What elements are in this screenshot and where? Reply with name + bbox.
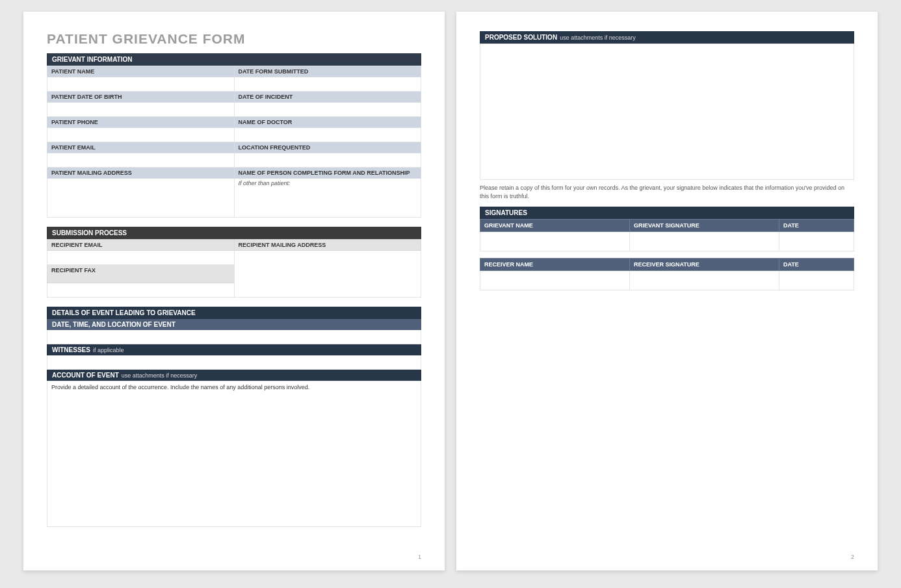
label-grievant-date: DATE [779, 220, 854, 232]
signatures-header: SIGNATURES [480, 207, 854, 219]
input-doctor[interactable] [234, 128, 421, 142]
submission-table: RECIPIENT EMAIL RECIPIENT MAILING ADDRES… [47, 239, 421, 298]
input-patient-phone[interactable] [47, 128, 235, 142]
input-location[interactable] [234, 153, 421, 168]
submission-header: SUBMISSION PROCESS [47, 227, 421, 239]
input-date-incident[interactable] [234, 103, 421, 117]
page-1-number: 1 [418, 554, 421, 560]
label-grievant-name: GRIEVANT NAME [480, 220, 630, 232]
input-patient-email[interactable] [47, 153, 235, 168]
witnesses-header: WITNESSES if applicable [47, 344, 421, 355]
input-recipient-fax[interactable] [47, 283, 235, 298]
input-date-submitted[interactable] [234, 77, 421, 92]
solution-header-text: PROPOSED SOLUTION [485, 34, 557, 41]
input-account[interactable]: Provide a detailed account of the occurr… [47, 381, 421, 527]
signatures-header-text: SIGNATURES [485, 209, 527, 216]
page-2-number: 2 [851, 554, 854, 560]
input-receiver-name[interactable] [480, 271, 630, 290]
grievant-info-header: GRIEVANT INFORMATION [47, 53, 421, 66]
date-time-loc-header: DATE, TIME, AND LOCATION OF EVENT [47, 319, 421, 330]
input-witnesses[interactable] [47, 355, 421, 370]
input-receiver-sig[interactable] [630, 271, 779, 290]
submission-header-text: SUBMISSION PROCESS [52, 229, 127, 236]
solution-header: PROPOSED SOLUTION use attachments if nec… [480, 31, 854, 44]
label-location: LOCATION FREQUENTED [234, 142, 421, 153]
form-title: PATIENT GRIEVANCE FORM [47, 31, 421, 47]
label-doctor: NAME OF DOCTOR [234, 117, 421, 128]
input-patient-dob[interactable] [47, 103, 235, 117]
label-date-incident: DATE OF INCIDENT [234, 92, 421, 103]
input-date-time-loc[interactable] [47, 330, 421, 344]
label-patient-name: PATIENT NAME [47, 66, 235, 77]
details-header-text: DETAILS OF EVENT LEADING TO GRIEVANCE [52, 309, 196, 316]
label-patient-mailing: PATIENT MAILING ADDRESS [47, 168, 235, 179]
label-recipient-mailing: RECIPIENT MAILING ADDRESS [234, 240, 421, 251]
label-date-submitted: DATE FORM SUBMITTED [234, 66, 421, 77]
label-receiver-sig: RECEIVER SIGNATURE [630, 259, 779, 271]
input-grievant-sig[interactable] [630, 232, 779, 251]
input-recipient-email[interactable] [47, 251, 235, 265]
label-patient-phone: PATIENT PHONE [47, 117, 235, 128]
details-header: DETAILS OF EVENT LEADING TO GRIEVANCE [47, 307, 421, 319]
grievant-signature-table: GRIEVANT NAME GRIEVANT SIGNATURE DATE [480, 219, 854, 251]
label-grievant-sig: GRIEVANT SIGNATURE [630, 220, 779, 232]
input-solution[interactable] [480, 44, 854, 180]
account-hint: Provide a detailed account of the occurr… [51, 384, 309, 390]
witnesses-text: WITNESSES [52, 346, 90, 353]
input-grievant-date[interactable] [779, 232, 854, 251]
label-completer: NAME OF PERSON COMPLETING FORM AND RELAT… [234, 168, 421, 179]
input-patient-name[interactable] [47, 77, 235, 92]
witnesses-note: if applicable [93, 347, 124, 353]
input-patient-mailing[interactable] [47, 179, 235, 218]
page-2: PROPOSED SOLUTION use attachments if nec… [456, 12, 878, 570]
label-receiver-date: DATE [779, 259, 854, 271]
input-receiver-date[interactable] [779, 271, 854, 290]
grievant-info-table: PATIENT NAME DATE FORM SUBMITTED PATIENT… [47, 66, 421, 218]
input-recipient-mailing[interactable] [234, 251, 421, 298]
label-patient-dob: PATIENT DATE OF BIRTH [47, 92, 235, 103]
retain-note: Please retain a copy of this form for yo… [480, 184, 854, 200]
grievant-info-header-text: GRIEVANT INFORMATION [52, 56, 133, 63]
account-text: ACCOUNT OF EVENT [52, 372, 119, 379]
solution-note: use attachments if necessary [560, 34, 636, 41]
receiver-signature-table: RECEIVER NAME RECEIVER SIGNATURE DATE [480, 258, 854, 290]
input-completer[interactable]: If other than patient: [234, 179, 421, 218]
label-receiver-name: RECEIVER NAME [480, 259, 630, 271]
label-recipient-email: RECIPIENT EMAIL [47, 240, 235, 251]
account-note: use attachments if necessary [122, 372, 198, 379]
label-patient-email: PATIENT EMAIL [47, 142, 235, 153]
label-recipient-fax: RECIPIENT FAX [47, 265, 235, 283]
account-header: ACCOUNT OF EVENT use attachments if nece… [47, 370, 421, 381]
input-grievant-name[interactable] [480, 232, 630, 251]
completer-hint: If other than patient: [239, 180, 291, 186]
page-1: PATIENT GRIEVANCE FORM GRIEVANT INFORMAT… [23, 12, 445, 570]
date-time-loc-text: DATE, TIME, AND LOCATION OF EVENT [52, 321, 176, 328]
